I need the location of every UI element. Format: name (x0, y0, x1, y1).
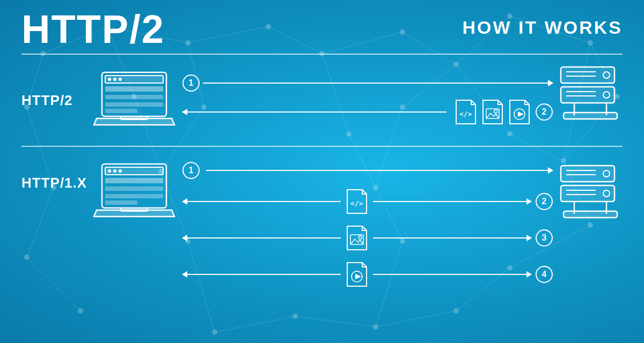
page-content: HTTP/2 HOW IT WORKS HTTP/2 (0, 0, 644, 343)
svg-rect-110 (561, 185, 614, 202)
http1-num-2: 2 (536, 193, 553, 210)
main-title: HTTP/2 (21, 10, 165, 49)
http2-response-row: </> (182, 98, 553, 126)
svg-rect-70 (105, 86, 163, 92)
svg-marker-105 (355, 274, 361, 279)
http2-num-2: 2 (536, 103, 553, 121)
svg-rect-90 (564, 113, 617, 119)
http1-response-row-3: 4 (182, 260, 553, 288)
svg-text:</>: </> (350, 199, 363, 207)
svg-marker-79 (518, 111, 524, 117)
code-file-icon: </> (454, 98, 478, 126)
svg-point-68 (113, 78, 116, 81)
http2-request-row: 1 (182, 74, 553, 92)
svg-point-77 (494, 110, 497, 113)
http1-code-file-icon: </> (345, 188, 369, 215)
http2-label: HTTP/2 (21, 92, 91, 109)
svg-rect-116 (564, 211, 617, 218)
http2-files-group: </> (454, 98, 531, 126)
http1-video-file-icon (345, 260, 369, 288)
http1-label: HTTP/1.X (21, 159, 91, 191)
svg-rect-99 (105, 200, 137, 205)
svg-rect-106 (561, 166, 614, 182)
http2-arrow-area: 1 </> (177, 74, 558, 126)
svg-rect-71 (105, 95, 163, 99)
http1-response-row-1: </> 2 (182, 188, 553, 215)
svg-rect-72 (105, 102, 163, 107)
http2-section: HTTP/2 (21, 59, 623, 141)
http1-request-row: 1 (182, 162, 553, 179)
svg-point-69 (119, 78, 122, 81)
subtitle: HOW IT WORKS (462, 17, 623, 38)
http1-response-row-2: 3 (182, 224, 553, 252)
http1-laptop-icon (91, 159, 177, 225)
svg-rect-74 (121, 116, 148, 120)
http2-server-icon (558, 64, 623, 136)
http1-image-file-icon (345, 224, 369, 252)
svg-point-95 (119, 169, 122, 173)
svg-text:</>: </> (459, 110, 472, 118)
image-file-icon (481, 98, 504, 126)
http1-num-4: 4 (536, 266, 553, 283)
header-divider (21, 54, 623, 55)
http2-num-1: 1 (182, 74, 200, 92)
svg-rect-73 (105, 109, 137, 113)
http2-laptop-icon (91, 67, 177, 133)
http1-server-icon (558, 159, 623, 235)
svg-point-93 (108, 169, 111, 173)
svg-rect-100 (121, 208, 148, 211)
header: HTTP/2 HOW IT WORKS (21, 10, 623, 49)
http1-arrow-area: 1 </> 2 (177, 159, 558, 288)
svg-point-103 (358, 236, 362, 239)
svg-point-94 (113, 169, 116, 173)
svg-rect-84 (561, 87, 614, 103)
svg-point-67 (108, 78, 111, 81)
svg-rect-80 (561, 67, 614, 83)
http1-num-3: 3 (536, 229, 553, 247)
svg-rect-97 (105, 187, 163, 191)
video-file-icon (508, 98, 531, 126)
section-divider (21, 146, 623, 147)
svg-rect-96 (105, 178, 163, 183)
http1-num-1: 1 (182, 162, 200, 179)
http1-section: HTTP/1.X 1 (21, 151, 623, 294)
svg-rect-98 (105, 194, 163, 198)
